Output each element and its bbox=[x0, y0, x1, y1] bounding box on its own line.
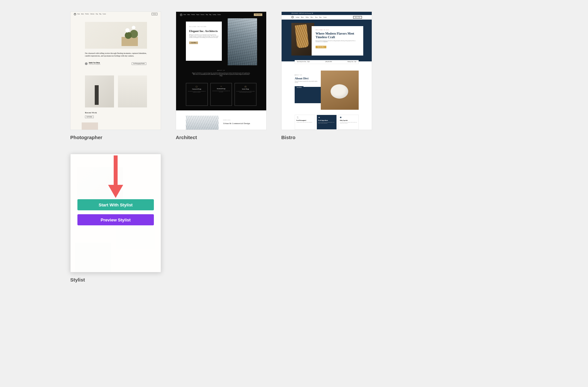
template-thumbnail: (555) 123-4567 • 1234 Divi St, San Franc… bbox=[281, 11, 372, 130]
about-block: ABOUT US Elegant Inc. Architects is a pr… bbox=[176, 70, 266, 78]
preview-template-button[interactable]: Preview Stylist bbox=[77, 214, 154, 225]
template-title: Architect bbox=[176, 135, 267, 140]
svg-rect-0 bbox=[114, 155, 118, 186]
feature-row: 🍴 Food Reimagined Authentic dishes craft… bbox=[295, 115, 359, 130]
bottom-image bbox=[186, 116, 219, 130]
building-icon: ▢ bbox=[188, 85, 206, 88]
about-section: ABOUT US About Divi Step into Divi where… bbox=[295, 71, 359, 111]
interior-icon: ◰ bbox=[236, 85, 255, 88]
recent-heading: Recent Work bbox=[85, 111, 97, 114]
star-icon: ✱ bbox=[340, 116, 357, 119]
leaf-icon: ❧ bbox=[318, 116, 335, 119]
home-icon: ⌂ bbox=[212, 85, 231, 87]
divi-logo-icon: D bbox=[180, 14, 182, 16]
divi-logo-icon: D bbox=[291, 16, 294, 18]
info-bar: Open Daily from 9am – 10pm (234) 456-789… bbox=[295, 60, 359, 64]
author-block: Hello! I'm Olivia Professional Photograp… bbox=[85, 62, 101, 65]
template-thumbnail: D Home About Portfolio Project Services … bbox=[176, 11, 267, 130]
fork-icon: 🍴 bbox=[296, 116, 314, 119]
hero-image bbox=[228, 18, 257, 65]
recent-button: See Portfolio bbox=[85, 116, 94, 118]
template-card-stylist[interactable]: Start With Stylist Preview Stylist Styli… bbox=[70, 154, 161, 282]
start-with-template-button[interactable]: Start With Stylist bbox=[77, 199, 154, 210]
hero-quote: I'm obsessed with telling stories throug… bbox=[85, 52, 147, 57]
mini-nav: D Home About Portfolio Project Services … bbox=[176, 13, 266, 16]
divi-logo-icon: D bbox=[74, 13, 76, 15]
template-card-bistro[interactable]: (555) 123-4567 • 1234 Divi St, San Franc… bbox=[281, 11, 372, 140]
template-title: Stylist bbox=[70, 277, 161, 282]
template-gallery: D Home About Portfolio Collection Shop B… bbox=[0, 0, 588, 282]
template-card-photographer[interactable]: D Home About Portfolio Collection Shop B… bbox=[70, 11, 161, 140]
hero-image bbox=[85, 22, 147, 49]
svg-marker-1 bbox=[108, 185, 123, 198]
feature-cards: ▢ Commercial Design Our commercial desig… bbox=[186, 83, 256, 106]
hero-image bbox=[291, 23, 314, 56]
image-tiles bbox=[85, 75, 147, 107]
template-card-architect[interactable]: D Home About Portfolio Project Services … bbox=[176, 11, 267, 140]
hero-text: BUILDING THE FUTURE Elegant Inc. Archite… bbox=[186, 22, 222, 61]
recent-thumb bbox=[82, 122, 98, 130]
template-title: Bistro bbox=[281, 135, 372, 140]
template-thumbnail: D Home About Portfolio Collection Shop B… bbox=[70, 11, 161, 130]
arrow-down-icon bbox=[108, 155, 123, 198]
portfolio-button: See Photography Portfolio bbox=[132, 62, 146, 65]
template-thumbnail: Start With Stylist Preview Stylist bbox=[70, 154, 161, 272]
template-title: Photographer bbox=[70, 135, 161, 140]
avatar-icon bbox=[85, 62, 88, 65]
hover-overlay: Start With Stylist Preview Stylist bbox=[71, 154, 161, 272]
hero-card: WELCOME TO DIVI Where Modern Flavors Mee… bbox=[312, 26, 363, 56]
mini-nav: D Home About Portfolio Collection Shop B… bbox=[71, 12, 161, 16]
about-image bbox=[321, 71, 359, 110]
